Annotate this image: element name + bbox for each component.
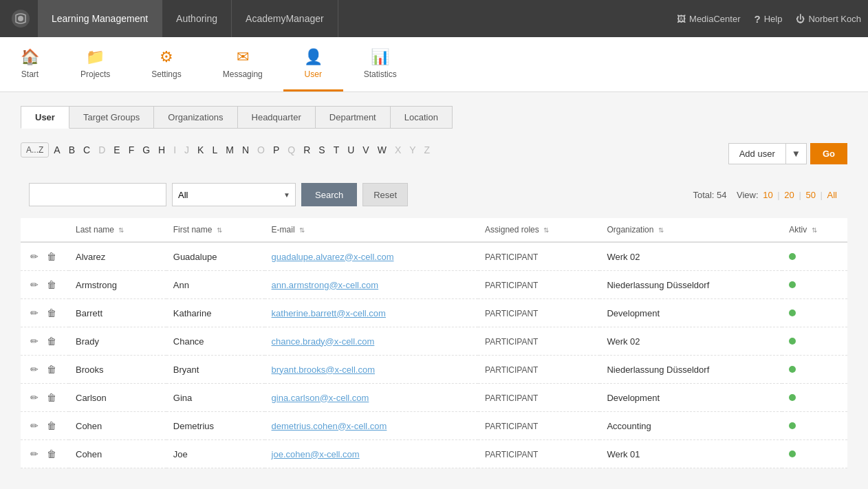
tab-user[interactable]: User xyxy=(21,106,69,129)
add-user-dropdown-button[interactable]: ▼ xyxy=(786,143,807,164)
email-link[interactable]: demetrius.cohen@x-cell.com xyxy=(272,421,387,431)
alpha-c[interactable]: C xyxy=(80,142,94,157)
reset-button[interactable]: Reset xyxy=(362,183,408,206)
delete-button[interactable]: 🗑 xyxy=(44,391,59,404)
cell-email: chance.brady@x-cell.com xyxy=(265,327,479,356)
app-tab-academy[interactable]: AcademyManager xyxy=(232,0,338,37)
alpha-a[interactable]: A xyxy=(50,142,63,157)
alpha-k[interactable]: K xyxy=(194,142,207,157)
alpha-b[interactable]: B xyxy=(65,142,78,157)
view-20[interactable]: 20 xyxy=(784,190,794,200)
delete-button[interactable]: 🗑 xyxy=(44,447,59,461)
nav-projects[interactable]: 📁 Projects xyxy=(60,37,131,91)
alpha-t[interactable]: T xyxy=(330,142,343,157)
email-link[interactable]: gina.carlson@x-cell.com xyxy=(272,393,369,403)
app-tab-learning[interactable]: Learning Management xyxy=(38,0,162,37)
table-row: ✏ 🗑 Alvarez Guadalupe guadalupe.alvarez@… xyxy=(21,242,847,271)
nav-statistics[interactable]: 📊 Statistics xyxy=(343,37,417,91)
view-50[interactable]: 50 xyxy=(805,190,815,200)
email-link[interactable]: guadalupe.alvarez@x-cell.com xyxy=(272,252,394,262)
search-button[interactable]: Search xyxy=(301,183,357,206)
alpha-j[interactable]: J xyxy=(181,142,193,157)
alpha-r[interactable]: R xyxy=(300,142,314,157)
filter-select[interactable]: All Active Inactive xyxy=(172,183,296,206)
alpha-l[interactable]: L xyxy=(208,142,221,157)
row-actions: ✏ 🗑 xyxy=(28,278,62,292)
table-row: ✏ 🗑 Armstrong Ann ann.armstrong@x-cell.c… xyxy=(21,271,847,299)
mediacenter-link[interactable]: 🖼 MediaCenter xyxy=(677,14,740,24)
alpha-u[interactable]: U xyxy=(344,142,358,157)
search-input[interactable] xyxy=(29,183,166,206)
email-link[interactable]: bryant.brooks@x-cell.com xyxy=(272,365,375,375)
col-firstname[interactable]: First name ⇅ xyxy=(166,218,265,242)
go-button[interactable]: Go xyxy=(810,143,847,164)
email-link[interactable]: katherine.barrett@x-cell.com xyxy=(272,308,386,318)
alpha-h[interactable]: H xyxy=(155,142,169,157)
edit-button[interactable]: ✏ xyxy=(28,391,41,404)
col-org[interactable]: Organization ⇅ xyxy=(600,218,782,242)
alpha-m[interactable]: M xyxy=(222,142,237,157)
tab-organizations[interactable]: Organizations xyxy=(153,106,237,129)
edit-button[interactable]: ✏ xyxy=(28,306,41,320)
row-actions: ✏ 🗑 xyxy=(28,391,62,404)
alpha-v[interactable]: V xyxy=(359,142,372,157)
tab-department[interactable]: Department xyxy=(315,106,391,129)
delete-button[interactable]: 🗑 xyxy=(44,306,59,320)
add-user-button[interactable]: Add user xyxy=(728,143,786,164)
alpha-f[interactable]: F xyxy=(125,142,138,157)
tab-headquarter[interactable]: Headquarter xyxy=(237,106,316,129)
email-link[interactable]: joe.cohen@x-cell.com xyxy=(272,449,360,459)
status-dot xyxy=(789,366,796,373)
cell-lastname: Brooks xyxy=(69,356,166,384)
edit-button[interactable]: ✏ xyxy=(28,278,41,292)
status-dot xyxy=(789,281,796,288)
alpha-s[interactable]: S xyxy=(315,142,328,157)
alpha-i[interactable]: I xyxy=(170,142,180,157)
cell-org: Werk 02 xyxy=(600,242,782,271)
alpha-o[interactable]: O xyxy=(254,142,268,157)
edit-button[interactable]: ✏ xyxy=(28,362,41,376)
alpha-w[interactable]: W xyxy=(374,142,390,157)
tab-location[interactable]: Location xyxy=(390,106,453,129)
delete-button[interactable]: 🗑 xyxy=(44,419,59,433)
nav-statistics-label: Statistics xyxy=(364,69,397,79)
cell-role: PARTICIPANT xyxy=(478,440,600,468)
col-aktiv[interactable]: Aktiv ⇅ xyxy=(782,218,847,242)
email-link[interactable]: ann.armstrong@x-cell.com xyxy=(272,280,379,290)
alpha-p[interactable]: P xyxy=(270,142,283,157)
alpha-g[interactable]: G xyxy=(139,142,153,157)
edit-button[interactable]: ✏ xyxy=(28,419,41,433)
nav-settings[interactable]: ⚙ Settings xyxy=(131,37,202,91)
alpha-e[interactable]: E xyxy=(110,142,123,157)
col-email[interactable]: E-mail ⇅ xyxy=(265,218,479,242)
col-lastname[interactable]: Last name ⇅ xyxy=(69,218,166,242)
delete-button[interactable]: 🗑 xyxy=(44,362,59,376)
cell-role: PARTICIPANT xyxy=(478,299,600,327)
email-link[interactable]: chance.brady@x-cell.com xyxy=(272,336,375,347)
alpha-y[interactable]: Y xyxy=(406,142,419,157)
nav-messaging[interactable]: ✉ Messaging xyxy=(202,37,283,91)
nav-start[interactable]: 🏠 Start xyxy=(0,37,60,91)
view-10[interactable]: 10 xyxy=(763,190,772,200)
alpha-x[interactable]: X xyxy=(391,142,404,157)
tab-target-groups[interactable]: Target Groups xyxy=(69,106,154,129)
delete-button[interactable]: 🗑 xyxy=(44,250,59,263)
alpha-z[interactable]: Z xyxy=(421,142,434,157)
alpha-n[interactable]: N xyxy=(239,142,252,157)
edit-button[interactable]: ✏ xyxy=(28,250,41,263)
help-label: Help xyxy=(764,14,783,24)
delete-button[interactable]: 🗑 xyxy=(44,334,59,348)
edit-button[interactable]: ✏ xyxy=(28,447,41,461)
status-dot xyxy=(789,450,796,457)
delete-button[interactable]: 🗑 xyxy=(44,278,59,292)
help-link[interactable]: ? Help xyxy=(754,13,782,25)
az-button[interactable]: A...Z xyxy=(21,142,49,157)
user-profile[interactable]: ⏻ Norbert Koch xyxy=(796,14,861,24)
nav-user[interactable]: 👤 User xyxy=(283,37,343,91)
alpha-q[interactable]: Q xyxy=(284,142,299,157)
col-roles[interactable]: Assigned roles ⇅ xyxy=(478,218,600,242)
view-all[interactable]: All xyxy=(827,190,837,200)
app-tab-authoring[interactable]: Authoring xyxy=(162,0,232,37)
alpha-d[interactable]: D xyxy=(95,142,109,157)
edit-button[interactable]: ✏ xyxy=(28,334,41,348)
